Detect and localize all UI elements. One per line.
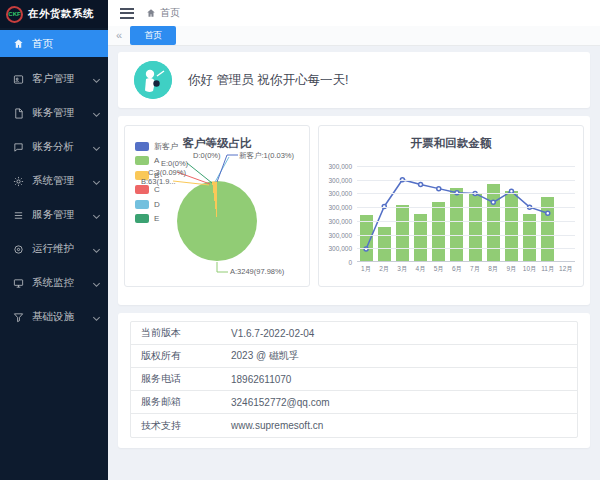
- sidebar: CKF 在外货款系统 首页 客户管理 账务管理 账务分析 系统管理: [0, 0, 108, 480]
- table-row: 服务邮箱 3246152772@qq.com: [131, 391, 577, 414]
- sidebar-item-monitor[interactable]: 系统监控: [0, 266, 108, 300]
- content: 你好 管理员 祝你开心每一天! 客户等级占比 新客户 A B C D E: [108, 46, 600, 480]
- sidebar-item-label: 系统监控: [32, 276, 74, 290]
- sidebar-item-system[interactable]: 系统管理: [0, 164, 108, 198]
- circle-icon: [13, 244, 24, 255]
- sidebar-menu: 首页 客户管理 账务管理 账务分析 系统管理 服务管理: [0, 28, 108, 334]
- chevron-down-icon: [93, 279, 100, 286]
- sidebar-item-label: 服务管理: [32, 208, 74, 222]
- id-card-icon: [13, 74, 24, 85]
- chevron-down-icon: [93, 211, 100, 218]
- legend-item[interactable]: E: [135, 212, 178, 227]
- file-icon: [13, 108, 24, 119]
- sidebar-item-ops[interactable]: 运行维护: [0, 232, 108, 266]
- chevron-down-icon: [93, 143, 100, 150]
- collapse-tabs-icon[interactable]: «: [116, 30, 122, 41]
- avatar-figure-icon: [134, 61, 172, 99]
- info-value: V1.6.7-2022-02-04: [231, 328, 314, 339]
- sidebar-item-label: 账务分析: [32, 140, 74, 154]
- bar-x-axis: 1月2月3月4月5月6月7月8月9月10月11月12月: [357, 265, 575, 274]
- bar-chart-title: 开票和回款金额: [319, 136, 583, 151]
- info-value: 2023 @ 磁凯孚: [231, 349, 299, 363]
- info-value: 18962611070: [231, 374, 291, 385]
- legend-label: C: [154, 185, 160, 194]
- breadcrumb-label: 首页: [160, 6, 180, 20]
- pie-callout-new: 新客户:1(0.03%): [239, 151, 294, 161]
- tab-home[interactable]: 首页: [130, 26, 176, 45]
- info-label: 技术支持: [131, 419, 231, 433]
- greeting-text: 你好 管理员 祝你开心每一天!: [188, 72, 348, 89]
- avatar: [134, 61, 172, 99]
- info-card: 当前版本 V1.6.7-2022-02-04 版权所有 2023 @ 磁凯孚 服…: [118, 313, 590, 448]
- chevron-down-icon: [93, 75, 100, 82]
- funnel-icon: [13, 312, 24, 323]
- breadcrumb[interactable]: 首页: [146, 6, 180, 20]
- sidebar-item-label: 账务管理: [32, 106, 74, 120]
- table-row: 技术支持 www.supremesoft.cn: [131, 414, 577, 437]
- bar-y-axis: 300,000300,000300,000300,000300,000300,0…: [319, 166, 352, 262]
- tab-bar: « 首页: [108, 26, 600, 46]
- pie-callout-c: C:3(0.09%): [148, 168, 186, 177]
- legend-swatch: [135, 185, 149, 194]
- sidebar-item-label: 系统管理: [32, 174, 74, 188]
- pie-callout-d: D:0(0%): [193, 151, 221, 160]
- sidebar-item-label: 首页: [32, 37, 53, 51]
- info-label: 当前版本: [131, 326, 231, 340]
- legend-item[interactable]: D: [135, 197, 178, 212]
- table-row: 版权所有 2023 @ 磁凯孚: [131, 345, 577, 368]
- list-icon: [13, 210, 24, 221]
- legend-label: D: [154, 200, 160, 209]
- hamburger-menu-icon[interactable]: [120, 8, 134, 19]
- sidebar-item-label: 运行维护: [32, 242, 74, 256]
- info-label: 版权所有: [131, 349, 231, 363]
- sidebar-item-label: 客户管理: [32, 72, 74, 86]
- greeting-card: 你好 管理员 祝你开心每一天!: [118, 52, 590, 108]
- info-label: 服务邮箱: [131, 395, 231, 409]
- chat-icon: [13, 142, 24, 153]
- sidebar-item-home[interactable]: 首页: [0, 30, 108, 57]
- bar-chart-card: 开票和回款金额 300,000300,000300,000300,000300,…: [318, 125, 584, 287]
- home-icon: [13, 38, 24, 49]
- info-value: 3246152772@qq.com: [231, 397, 330, 408]
- pie-chart-card: 客户等级占比 新客户 A B C D E: [124, 125, 310, 287]
- pie-callout-e: E:0(0%): [161, 159, 188, 168]
- chevron-down-icon: [93, 313, 100, 320]
- chevron-down-icon: [93, 177, 100, 184]
- pie-callout-a: A:3249(97.98%): [230, 267, 284, 276]
- topbar: 首页: [108, 0, 600, 26]
- info-label: 服务电话: [131, 372, 231, 386]
- legend-swatch: [135, 156, 149, 165]
- info-value: www.supremesoft.cn: [231, 420, 323, 431]
- legend-swatch: [135, 214, 149, 223]
- chevron-down-icon: [93, 109, 100, 116]
- info-table: 当前版本 V1.6.7-2022-02-04 版权所有 2023 @ 磁凯孚 服…: [130, 321, 578, 438]
- sidebar-item-billing[interactable]: 账务管理: [0, 96, 108, 130]
- app-logo: CKF: [6, 6, 23, 23]
- bar-plot-area: [357, 166, 575, 262]
- chevron-down-icon: [93, 245, 100, 252]
- table-row: 当前版本 V1.6.7-2022-02-04: [131, 322, 577, 345]
- logo-bar: CKF 在外货款系统: [0, 0, 108, 28]
- gear-icon: [13, 176, 24, 187]
- charts-card: 客户等级占比 新客户 A B C D E: [118, 116, 590, 305]
- pie-callout-b: B:63(1.9...: [141, 177, 176, 186]
- legend-swatch: [135, 200, 149, 209]
- legend-label: E: [154, 214, 159, 223]
- sidebar-item-customer[interactable]: 客户管理: [0, 62, 108, 96]
- legend-label: A: [154, 156, 159, 165]
- legend-label: 新客户: [154, 141, 178, 152]
- sidebar-item-infra[interactable]: 基础设施: [0, 300, 108, 334]
- pie-circle[interactable]: [177, 181, 257, 261]
- monitor-icon: [13, 278, 24, 289]
- app-title: 在外货款系统: [28, 7, 94, 21]
- sidebar-item-analysis[interactable]: 账务分析: [0, 130, 108, 164]
- home-icon: [146, 8, 156, 18]
- table-row: 服务电话 18962611070: [131, 368, 577, 391]
- legend-swatch: [135, 142, 149, 151]
- sidebar-item-label: 基础设施: [32, 310, 74, 324]
- legend-item[interactable]: 新客户: [135, 139, 178, 154]
- sidebar-item-service[interactable]: 服务管理: [0, 198, 108, 232]
